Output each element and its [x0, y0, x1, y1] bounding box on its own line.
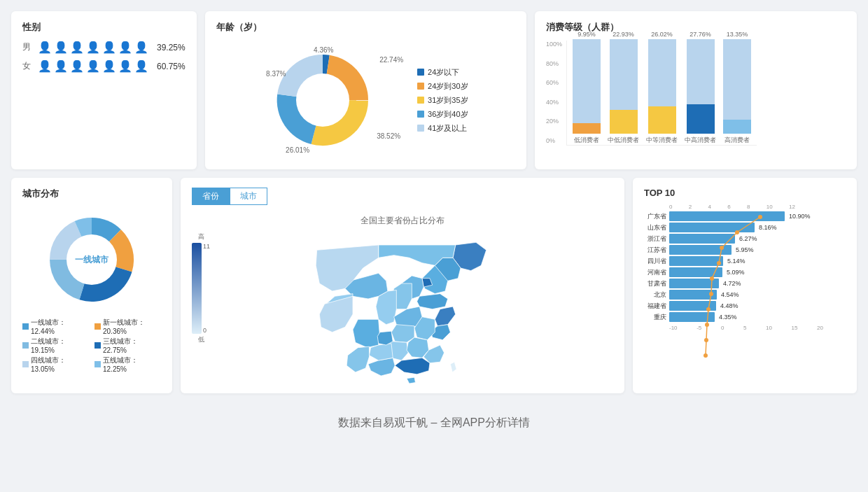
age-legend-4: 36岁到40岁 — [417, 109, 468, 120]
svg-point-9 — [704, 353, 708, 358]
top10-row-9: 福建省 4.48% — [644, 301, 846, 311]
top10-row-2: 山东省 8.16% — [644, 223, 846, 232]
city-leg-label-5: 四线城市：13.05% — [31, 356, 89, 373]
age-color-4 — [417, 111, 424, 118]
footer-text: 数据来自易观千帆 – 全网APP分析详情 — [338, 416, 530, 428]
top10-label-6: 河南省 — [644, 268, 666, 277]
map-title: 全国主要省份占比分布 — [192, 215, 613, 227]
age-color-5 — [417, 125, 424, 132]
male-icons: 👤 👤 👤 👤 👤 👤 👤 — [38, 41, 148, 54]
map-header: 省份 城市 — [192, 188, 613, 211]
china-map-container — [216, 230, 613, 384]
city-card: 城市分布 — [11, 178, 172, 393]
city-legend-1: 一线城市：12.44% — [22, 318, 89, 335]
top10-pct-10: 4.35% — [719, 314, 737, 321]
top10-pct-3: 6.27% — [739, 235, 757, 242]
city-legend-4: 三线城市：22.75% — [94, 337, 161, 354]
top10-label-5: 四川省 — [644, 257, 666, 266]
age-donut-hole — [296, 73, 349, 127]
top10-bar-2 — [669, 223, 755, 232]
female-icon-3: 👤 — [70, 59, 84, 73]
province-jiangsu — [435, 307, 455, 326]
top10-label-9: 福建省 — [644, 302, 666, 311]
bar3-top — [648, 39, 676, 106]
bar3-label: 中等消费者 — [646, 136, 678, 145]
top10-bar-7 — [669, 279, 719, 288]
city-leg-label-6: 五线城市：12.25% — [103, 356, 161, 373]
city-donut-svg: 一线城市 — [39, 207, 144, 312]
top10-pct-8: 4.54% — [721, 291, 739, 298]
bar-group-5: 13.35% 高消费者 — [723, 31, 751, 145]
map-high-label: 高 — [198, 232, 204, 241]
male-icon-7: 👤 — [134, 41, 148, 54]
age-legend-3: 31岁到35岁 — [417, 95, 468, 106]
top10-bar-8 — [669, 290, 717, 300]
city-color-5 — [22, 361, 29, 367]
bar3-top-pct: 26.02% — [651, 31, 673, 38]
bar4 — [687, 39, 715, 134]
bar4-label: 中高消费者 — [685, 136, 716, 145]
female-icon-7: 👤 — [134, 59, 148, 73]
bar-group-3: 26.02% 中等消费者 — [646, 31, 678, 145]
gender-card: 性别 男 👤 👤 👤 👤 👤 👤 👤 39.25% 女 👤 — [11, 11, 197, 169]
age-pct-3: 38.52% — [377, 132, 400, 140]
female-icon-2: 👤 — [54, 59, 68, 73]
top10-label-4: 江苏省 — [644, 246, 666, 255]
province-guangxi — [368, 358, 395, 376]
footer: 数据来自易观千帆 – 全网APP分析详情 — [11, 402, 857, 436]
province-tibet — [319, 296, 353, 332]
age-pct-1: 4.36% — [314, 46, 333, 54]
bar1 — [573, 39, 601, 134]
age-color-3 — [417, 97, 424, 104]
top10-label-7: 甘肃省 — [644, 279, 666, 288]
male-pct: 39.25% — [157, 43, 186, 52]
gender-male-row: 男 👤 👤 👤 👤 👤 👤 👤 39.25% — [22, 41, 186, 54]
age-color-2 — [417, 83, 424, 90]
top10-label-8: 北京 — [644, 290, 666, 300]
map-tabs: 省份 城市 — [192, 188, 267, 205]
city-donut-wrap: 一线城市 — [22, 207, 161, 312]
top10-bar-1 — [669, 211, 785, 221]
male-icon-3: 👤 — [70, 41, 84, 54]
age-title: 年龄（岁） — [216, 21, 515, 34]
gradient-bar — [192, 243, 202, 334]
bar1-top-pct: 9.95% — [578, 31, 596, 38]
bar2-top-pct: 22.93% — [612, 31, 634, 38]
male-icon-2: 👤 — [54, 41, 68, 54]
female-icon-6: 👤 — [118, 59, 132, 73]
age-legend-5: 41岁及以上 — [417, 123, 468, 134]
row-2: 城市分布 — [11, 178, 857, 393]
svg-point-8 — [704, 338, 708, 342]
age-label-4: 36岁到40岁 — [428, 109, 468, 120]
top10-pct-7: 4.72% — [723, 280, 741, 287]
age-card: 年龄（岁） — [205, 11, 526, 169]
city-legend-2: 新一线城市：20.36% — [94, 318, 161, 335]
bar5-bot — [723, 120, 751, 134]
age-inner: 4.36% 22.74% 38.52% 26.01% 8.37% 24岁以下 2… — [216, 41, 515, 160]
bar2-top — [610, 39, 638, 110]
y-axis: 100% 80% 60% 40% 20% 0% — [546, 41, 564, 146]
top10-pct-6: 5.09% — [727, 269, 745, 276]
top10-card: TOP 10 0 2 4 6 8 10 12 — [633, 178, 857, 393]
female-pct: 60.75% — [157, 62, 186, 71]
province-sichuan — [353, 319, 379, 347]
tab-city[interactable]: 城市 — [230, 188, 267, 205]
top10-label-1: 广东省 — [644, 212, 666, 221]
province-chongqing — [377, 331, 393, 345]
scale-numbers: 11 0 — [203, 243, 210, 334]
top10-bar-9 — [669, 301, 716, 311]
top10-row-5: 四川省 5.14% — [644, 256, 846, 266]
age-color-1 — [417, 69, 424, 76]
female-icon-1: 👤 — [38, 59, 52, 73]
top10-pct-4: 5.95% — [736, 246, 754, 253]
top10-row-3: 浙江省 6.27% — [644, 234, 846, 244]
city-leg-label-3: 二线城市：19.15% — [31, 337, 89, 354]
city-color-4 — [94, 342, 101, 349]
bar5-top — [723, 39, 751, 120]
tab-province[interactable]: 省份 — [192, 188, 230, 205]
city-donut-area: 一线城市 — [39, 207, 144, 312]
age-label-5: 41岁及以上 — [428, 123, 467, 134]
bar2 — [610, 39, 638, 134]
city-title: 城市分布 — [22, 188, 161, 200]
city-legend-5: 四线城市：13.05% — [22, 356, 89, 373]
